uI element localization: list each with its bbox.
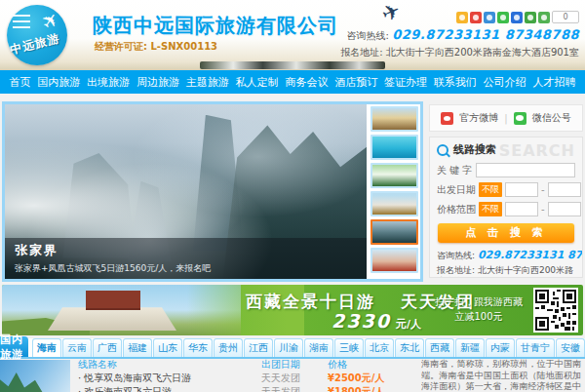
tab-section-label: 国内旅游 [0, 336, 28, 357]
destination-tab[interactable]: 新疆 [455, 338, 485, 357]
nav-item[interactable]: 人才招聘 [533, 75, 576, 90]
route-date: 天天发团 [261, 372, 328, 385]
destination-tab[interactable]: 北京 [365, 338, 394, 357]
route-table-header: 线路名称 出团日期 价格 [78, 359, 417, 371]
thumb-thailand-temple[interactable] [370, 106, 418, 132]
scan-line1: 扫一扫，跟我游西藏 [435, 294, 523, 309]
nav-item[interactable]: 酒店预订 [334, 75, 377, 90]
thumb-tropical-island[interactable] [370, 135, 418, 160]
thumb-zhangjiajie[interactable] [370, 219, 418, 245]
nav-item[interactable]: 出境旅游 [87, 75, 130, 90]
header-contact-block: 0 咨询热线: 029.87233131 87348788 报名地址: 北大街十… [340, 11, 579, 59]
price-max-input[interactable] [548, 202, 581, 216]
destination-tab[interactable]: 广西 [93, 338, 122, 357]
nav-item[interactable]: 国内旅游 [37, 75, 80, 90]
destination-tab[interactable]: 贵州 [214, 338, 243, 357]
slide-photo-zhangjiajie[interactable]: 张家界 张家界+凤凰古城双飞5日游1560元/人，来报名吧 [5, 104, 367, 279]
destination-tab[interactable]: 海南 [32, 338, 61, 357]
nav-item[interactable]: 公司介绍 [484, 75, 526, 90]
official-weibo-link[interactable]: 官方微博 [459, 111, 498, 125]
nav-item[interactable]: 首页 [9, 75, 30, 90]
route-table: 线路名称 出团日期 价格 · 悦享双岛海南双飞六日游 天天发团 ¥2500元/人… [78, 359, 417, 392]
search-panel-header: 线路搜索 SEARCH [437, 141, 575, 158]
keyword-row: 关 键 字 [437, 163, 575, 177]
thumb-waterfall[interactable] [370, 163, 418, 188]
col-route-name: 线路名称 [78, 358, 261, 372]
date-nolimit-button[interactable]: 不限 [479, 182, 502, 197]
destination-tab[interactable]: 安徽 [556, 338, 585, 357]
scan-line2: 立减100元 [435, 309, 523, 324]
route-price: ¥1800元/人 [328, 385, 415, 392]
range-dash: - [541, 204, 545, 215]
sidebar-address: 报名地址: 北大街十字向西200米路南金海 大酒店901室 [437, 265, 575, 278]
address-value: 北大街十字向西200米路南金海大酒店901室 [386, 47, 579, 58]
route-row[interactable]: · 欢乐海南双飞六日游 天天发团 ¥1800元/人 [78, 386, 417, 392]
destination-tab[interactable]: 湖南 [304, 338, 333, 357]
social-links-box: 官方微博 | 微信公号 [429, 104, 583, 132]
destination-tab[interactable]: 甘青宁 [516, 338, 555, 357]
douban-share-icon[interactable] [525, 12, 536, 23]
hainan-intro-text: 海南省，简称琼，别称琼州，位于中国南端。海南省是中国国土面积（陆地面积加海洋面积… [421, 359, 581, 392]
route-name[interactable]: · 欢乐海南双飞六日游 [78, 385, 261, 392]
route-search-panel: 线路搜索 SEARCH 关 键 字 出发日期 不限 - 价格范围 不限 - 点 … [429, 137, 583, 278]
route-row[interactable]: · 悦享双岛海南双飞六日游 天天发团 ¥2500元/人 [78, 372, 417, 384]
logo-stripes [13, 15, 30, 28]
banner-scan-text: 扫一扫，跟我游西藏 立减100元 [435, 294, 523, 324]
slider-thumbnails [367, 104, 420, 279]
share-count: 0 [552, 11, 579, 23]
nav-item[interactable]: 签证办理 [384, 75, 427, 90]
hotline-label: 咨询热线: [347, 30, 389, 41]
travel-agency-homepage: ✈ ✈ 中远旅游 陕西中远国际旅游有限公司 经营许可证: L-SNX00113 [0, 0, 585, 392]
destination-tabbar: 国内旅游 海南 云南 广西 福建 山东 华东 贵州 江西 川渝 湖南 [0, 338, 585, 359]
destination-tab[interactable]: 内蒙 [486, 338, 515, 357]
date-from-input[interactable] [505, 182, 538, 197]
destination-tab[interactable]: 三峡 [334, 338, 364, 357]
nav-item[interactable]: 联系我们 [434, 75, 477, 90]
more-share-icon[interactable] [538, 12, 550, 23]
weibo-share-icon[interactable] [470, 12, 482, 23]
header: ✈ ✈ 中远旅游 陕西中远国际旅游有限公司 经营许可证: L-SNX00113 [0, 0, 585, 70]
nav-item[interactable]: 商务会议 [285, 75, 328, 90]
hainan-palm-photo [0, 360, 70, 392]
slide-title: 张家界 [15, 242, 357, 259]
destination-tab[interactable]: 山东 [153, 338, 182, 357]
nav-item[interactable]: 周边旅游 [136, 75, 179, 90]
company-name: 陕西中远国际旅游有限公司 [93, 13, 338, 39]
destination-tab[interactable]: 华东 [183, 338, 213, 357]
price-min-input[interactable] [505, 202, 538, 216]
main-nav: 首页 国内旅游 出境旅游 周边旅游 主题旅游 私人定制 商务会议 酒店预订 签证… [0, 70, 585, 94]
price-row: 价格范围 不限 - [437, 202, 575, 216]
destination-tab[interactable]: 川渝 [274, 338, 303, 357]
separator: | [504, 113, 507, 124]
thumb-moscow-cathedral[interactable] [370, 248, 418, 273]
date-to-input[interactable] [548, 182, 581, 197]
destination-tab[interactable]: 西藏 [425, 338, 454, 357]
destination-tab[interactable]: 福建 [123, 338, 152, 357]
qr-code [533, 288, 578, 333]
destination-tab[interactable]: 云南 [62, 338, 92, 357]
banner-title-text: 西藏全景十日游 [246, 292, 375, 311]
address-label: 报名地址: [437, 265, 475, 275]
qq-share-icon[interactable] [456, 12, 468, 23]
range-dash: - [541, 184, 545, 195]
nav-item[interactable]: 私人定制 [236, 75, 279, 90]
destination-tab[interactable]: 东北 [395, 338, 424, 357]
renren-share-icon[interactable] [511, 12, 523, 23]
banner-price-unit: 元/人 [396, 318, 421, 331]
date-label: 出发日期 [437, 183, 476, 197]
hero-slider: 张家界 张家界+凤凰古城双飞5日游1560元/人，来报名吧 [2, 101, 423, 282]
company-logo[interactable]: ✈ 中远旅游 [7, 5, 67, 65]
keyword-input[interactable] [476, 163, 575, 177]
logo-text: 中远旅游 [9, 30, 62, 59]
route-name[interactable]: · 悦享双岛海南双飞六日游 [78, 372, 261, 385]
destination-tab[interactable]: 江西 [244, 338, 273, 357]
price-nolimit-button[interactable]: 不限 [479, 202, 502, 216]
tibet-promo-banner[interactable]: 西藏全景十日游 天天发团 2330 元/人 扫一扫，跟我游西藏 立减100元 [2, 285, 583, 335]
qzone-share-icon[interactable] [484, 12, 495, 23]
thumb-snow-mountain[interactable] [370, 191, 418, 216]
nav-item[interactable]: 主题旅游 [186, 75, 229, 90]
wechat-share-icon[interactable] [497, 12, 509, 23]
wechat-account-link[interactable]: 微信公号 [532, 111, 571, 125]
weibo-icon [441, 112, 453, 125]
search-submit-button[interactable]: 点 击 搜 索 [438, 223, 574, 243]
